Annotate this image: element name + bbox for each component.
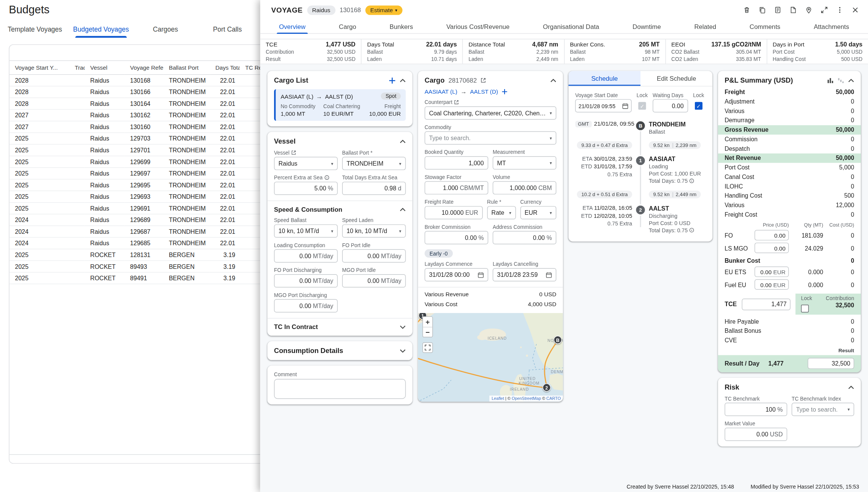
volume-input[interactable]: 1,000.000CBM bbox=[493, 181, 556, 195]
leaflet-link[interactable]: Leaflet bbox=[492, 396, 504, 401]
tce-row: TCE 1,477 Lock Contribution32,500 bbox=[718, 294, 861, 315]
stowage-factor-input[interactable]: 1.000CBM/MT bbox=[425, 181, 488, 195]
measurement-select[interactable]: MT▾ bbox=[493, 156, 556, 169]
carto-link[interactable]: CARTO bbox=[546, 396, 561, 401]
lock-checkbox-checked[interactable]: ✓ bbox=[695, 102, 702, 110]
zoom-in-button[interactable]: + bbox=[423, 317, 432, 327]
tce-input[interactable]: 1,477 bbox=[742, 298, 790, 310]
more-icon[interactable] bbox=[833, 3, 846, 16]
info-icon[interactable] bbox=[324, 175, 329, 180]
drawer-tab-cargo[interactable]: Cargo bbox=[337, 20, 358, 33]
chevron-up-icon[interactable] bbox=[400, 78, 406, 82]
info-icon[interactable] bbox=[689, 228, 694, 233]
expand-icon[interactable] bbox=[818, 3, 830, 16]
open-in-new-icon[interactable] bbox=[291, 150, 296, 155]
comment-input[interactable] bbox=[274, 379, 406, 399]
chevron-up-icon[interactable] bbox=[400, 208, 406, 211]
drawer-tab-overview[interactable]: Overview bbox=[277, 20, 307, 33]
fo-port-idle-input[interactable]: 0.00MT/day bbox=[342, 249, 406, 263]
speed-laden-select[interactable]: 10 kn, 10 MT/d▾ bbox=[342, 224, 406, 238]
fo-port-discharging-input[interactable]: 0.00MT/day bbox=[274, 274, 338, 288]
percent-extra-input[interactable]: 5.00% bbox=[274, 182, 338, 195]
voyage-start-date-input[interactable]: 21/01/28 09:55 bbox=[575, 99, 631, 112]
calendar-icon[interactable] bbox=[478, 272, 484, 278]
drawer-tab-attachments[interactable]: Attachments bbox=[812, 20, 852, 33]
bar-chart-icon[interactable] bbox=[827, 77, 833, 83]
vessel-select[interactable]: Raidus▾ bbox=[274, 157, 338, 170]
open-in-new-icon[interactable] bbox=[454, 100, 459, 105]
loading-consumption-input[interactable]: 0.00MT/day bbox=[274, 249, 338, 263]
freight-rate-input[interactable]: 10.0000EUR bbox=[425, 206, 483, 219]
delete-icon[interactable] bbox=[740, 3, 753, 16]
drawer-tab-related[interactable]: Related bbox=[692, 20, 718, 33]
mgo-port-discharging-input[interactable]: 0.00MT/day bbox=[274, 299, 338, 313]
commodity-select[interactable]: Type to search.▾ bbox=[425, 131, 556, 145]
currency-select[interactable]: EUR▾ bbox=[520, 206, 556, 219]
fullscreen-button[interactable] bbox=[422, 342, 433, 353]
chevron-down-icon[interactable] bbox=[400, 325, 406, 329]
tc-benchmark-index-select[interactable]: Type to search.▾ bbox=[792, 403, 854, 416]
page-tab-template-voyages[interactable]: Template Voyages bbox=[2, 21, 68, 38]
pin-icon[interactable] bbox=[802, 3, 815, 16]
add-cargo-icon[interactable] bbox=[389, 77, 396, 84]
drawer-tab-comments[interactable]: Comments bbox=[747, 20, 783, 33]
laydays-cancelling-input[interactable]: 31/01/28 23:59 bbox=[493, 268, 556, 281]
status-chip[interactable]: Estimate▾ bbox=[365, 5, 402, 15]
fuel-eu-price-input[interactable]: 0.00EUR bbox=[755, 279, 789, 290]
ballast-port-select[interactable]: TRONDHEIM▾ bbox=[342, 157, 406, 170]
waiting-days-input[interactable]: 0.00 bbox=[653, 99, 688, 112]
address-commission-input[interactable]: 0.00% bbox=[493, 231, 556, 244]
chevron-up-icon[interactable] bbox=[400, 139, 406, 143]
booked-quantity-input[interactable]: 1,000 bbox=[425, 156, 488, 169]
schedule-tab-edit-schedule[interactable]: Edit Schedule bbox=[640, 71, 712, 86]
timeline-marker-2[interactable]: 2 bbox=[635, 204, 646, 216]
speed-ballast-select[interactable]: 10 kn, 10 MT/d▾ bbox=[274, 224, 338, 238]
chevron-up-icon[interactable] bbox=[848, 78, 854, 82]
page-tab-budgeted-voyages[interactable]: Budgeted Voyages bbox=[68, 21, 135, 38]
calendar-icon[interactable] bbox=[546, 272, 552, 278]
fo-price-input[interactable]: 0.00 bbox=[755, 230, 789, 241]
add-port-icon[interactable] bbox=[502, 88, 508, 94]
report-icon[interactable] bbox=[787, 3, 799, 16]
drawer-tab-downtime[interactable]: Downtime bbox=[631, 20, 663, 33]
cargo-list-item[interactable]: AASIAAT (L) → AALST (D) Spot No Commodit… bbox=[274, 89, 406, 121]
log-icon[interactable] bbox=[771, 3, 784, 16]
drawer-tab-bunkers[interactable]: Bunkers bbox=[387, 20, 415, 33]
map-marker-2[interactable]: 2 bbox=[543, 383, 551, 392]
eu-ets-price-input[interactable]: 0.00EUR bbox=[755, 267, 789, 277]
counterpart-select[interactable]: Coal Chartering, Charterer, C2020, Chenn… bbox=[425, 106, 556, 120]
copy-icon[interactable] bbox=[756, 3, 768, 16]
timeline-marker-ballast[interactable]: B bbox=[635, 120, 646, 131]
broker-commission-input[interactable]: 0.00% bbox=[425, 231, 488, 244]
days-extra-input[interactable]: 0.98d bbox=[342, 182, 406, 195]
mgo-port-idle-input[interactable]: 0.00MT/day bbox=[342, 274, 406, 288]
close-icon[interactable] bbox=[849, 3, 861, 16]
ls-mgo-price-input[interactable]: 0.00 bbox=[755, 243, 789, 253]
page-tab-cargoes[interactable]: Cargoes bbox=[134, 21, 196, 38]
tc-benchmark-input[interactable]: 100% bbox=[725, 403, 787, 416]
timeline-marker-1[interactable]: 1 bbox=[635, 155, 646, 166]
result-input[interactable]: 32,500 bbox=[807, 358, 854, 369]
chevron-up-icon[interactable] bbox=[848, 385, 854, 389]
chevron-up-icon[interactable] bbox=[550, 78, 556, 82]
map-marker-ballast[interactable]: B bbox=[554, 336, 562, 344]
route-map[interactable]: ICELAND NORWAY UNITED KINGDOM IRELAND DE… bbox=[418, 313, 563, 402]
info-icon[interactable] bbox=[689, 178, 694, 183]
chevron-down-icon[interactable] bbox=[400, 349, 406, 353]
page-tab-port-calls[interactable]: Port Calls bbox=[196, 21, 258, 38]
schedule-tab-schedule[interactable]: Schedule bbox=[569, 71, 640, 86]
tce-lock-checkbox[interactable] bbox=[801, 305, 809, 312]
calendar-icon[interactable] bbox=[622, 103, 628, 109]
openstreetmap-link[interactable]: OpenStreetMap bbox=[512, 396, 541, 401]
load-port-link[interactable]: AASIAAT (L) bbox=[425, 88, 457, 94]
market-value-input[interactable]: 0.00USD bbox=[725, 428, 787, 441]
vessel-chip[interactable]: Raidus bbox=[307, 5, 335, 15]
rule-select[interactable]: Rate▾ bbox=[487, 206, 516, 219]
drawer-tab-organisational-data[interactable]: Organisational Data bbox=[541, 20, 602, 33]
zoom-out-button[interactable]: − bbox=[423, 327, 432, 337]
drawer-tab-various-cost-revenue[interactable]: Various Cost/Revenue bbox=[444, 20, 512, 33]
waterfall-chart-icon[interactable] bbox=[838, 77, 844, 83]
discharge-port-link[interactable]: AALST (D) bbox=[470, 88, 498, 94]
open-in-new-icon[interactable] bbox=[481, 78, 486, 83]
laydays-commence-input[interactable]: 31/01/28 00:00 bbox=[425, 268, 488, 281]
